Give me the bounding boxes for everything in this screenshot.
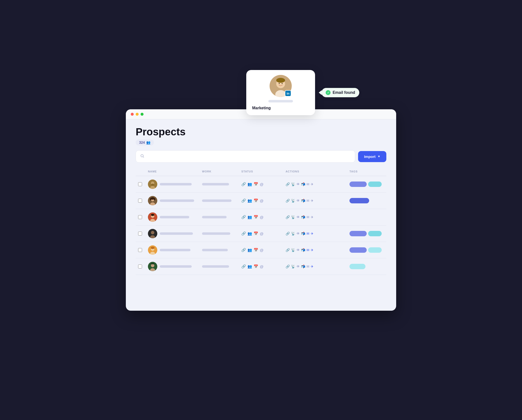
people-icon[interactable]: 👥 (247, 231, 252, 236)
mail-icon[interactable]: ✉ (306, 199, 309, 203)
eye-icon[interactable]: 👁 (296, 248, 300, 252)
import-button[interactable]: Import ▼ (358, 151, 386, 162)
link-icon[interactable]: 🔗 (241, 198, 246, 203)
at-icon[interactable]: @ (260, 248, 263, 252)
profile-popup: in Marketing ✓ Email found (246, 70, 315, 115)
rss-icon[interactable]: 📡 (291, 182, 295, 186)
calendar-icon[interactable]: 📅 (254, 264, 258, 269)
row-checkbox-4[interactable] (138, 232, 142, 236)
link-icon[interactable]: 🔗 (241, 264, 246, 269)
avatar-5 (148, 245, 157, 255)
mail-open-icon[interactable]: 📬 (301, 199, 305, 203)
eye-icon[interactable]: 👁 (296, 215, 300, 219)
col-header-name: NAME (148, 170, 202, 173)
eye-icon[interactable]: 👁 (296, 199, 300, 203)
people-icon[interactable]: 👥 (247, 264, 252, 269)
browser-content: Prospects 324 👥 Import ▼ (126, 119, 396, 282)
mail-icon[interactable]: ✉ (306, 248, 309, 252)
eye-icon[interactable]: 👁 (296, 232, 300, 236)
link-action-icon[interactable]: 🔗 (286, 232, 290, 236)
row-checkbox-3[interactable] (138, 215, 142, 219)
link-icon[interactable]: 🔗 (241, 182, 246, 186)
send-icon[interactable]: ✈ (311, 248, 314, 252)
dot-yellow[interactable] (136, 113, 139, 116)
mail-icon[interactable]: ✉ (306, 215, 309, 219)
avatar-3 (148, 212, 157, 222)
row-checkbox-5[interactable] (138, 248, 142, 252)
calendar-icon[interactable]: 📅 (254, 215, 258, 219)
send-icon[interactable]: ✈ (311, 182, 314, 186)
link-action-icon[interactable]: 🔗 (286, 199, 290, 203)
work-cell-1 (202, 183, 241, 185)
link-icon[interactable]: 🔗 (241, 215, 246, 219)
at-icon[interactable]: @ (260, 215, 263, 219)
svg-point-3 (276, 78, 285, 83)
mail-open-icon[interactable]: 📬 (301, 182, 305, 186)
rss-icon[interactable]: 📡 (291, 248, 295, 252)
mail-open-icon[interactable]: 📬 (301, 232, 305, 236)
search-bar[interactable] (136, 150, 355, 163)
name-bar-1 (160, 183, 192, 185)
col-header-status: STATUS (241, 170, 286, 173)
people-icon[interactable]: 👥 (247, 248, 252, 252)
link-action-icon[interactable]: 🔗 (286, 248, 290, 252)
row-checkbox-6[interactable] (138, 265, 142, 268)
tags-cell-1 (349, 182, 394, 187)
send-icon[interactable]: ✈ (311, 215, 314, 219)
link-icon[interactable]: 🔗 (241, 231, 246, 236)
mail-open-icon[interactable]: 📬 (301, 248, 305, 252)
row-name-4 (148, 229, 202, 238)
svg-point-17 (154, 198, 155, 200)
mail-icon[interactable]: ✉ (306, 182, 309, 186)
tag-blue-dark-2 (349, 198, 369, 203)
send-icon[interactable]: ✈ (311, 199, 314, 203)
link-icon[interactable]: 🔗 (241, 248, 246, 252)
dot-green[interactable] (141, 113, 144, 116)
calendar-icon[interactable]: 📅 (254, 248, 258, 252)
rss-icon[interactable]: 📡 (291, 265, 295, 268)
link-action-icon[interactable]: 🔗 (286, 215, 290, 219)
calendar-icon[interactable]: 📅 (254, 198, 258, 203)
send-icon[interactable]: ✈ (311, 232, 314, 236)
at-icon[interactable]: @ (260, 265, 263, 269)
rss-icon[interactable]: 📡 (291, 215, 295, 219)
avatar-4 (148, 229, 157, 238)
mail-icon[interactable]: ✉ (306, 232, 309, 236)
mail-icon[interactable]: ✉ (306, 265, 309, 268)
email-found-label: Email found (333, 90, 355, 95)
table-container: NAME WORK STATUS ACTIONS TAGS (136, 170, 386, 275)
people-icon[interactable]: 👥 (247, 215, 252, 219)
at-icon[interactable]: @ (260, 199, 263, 203)
calendar-icon[interactable]: 📅 (254, 182, 258, 186)
send-icon[interactable]: ✈ (311, 265, 314, 268)
eye-icon[interactable]: 👁 (296, 265, 300, 268)
rss-icon[interactable]: 📡 (291, 199, 295, 203)
eye-icon[interactable]: 👁 (296, 182, 300, 186)
calendar-icon[interactable]: 📅 (254, 231, 258, 236)
actions-icons-5: 🔗 📡 👁 📬 ✉ ✈ (286, 248, 349, 252)
mail-open-icon[interactable]: 📬 (301, 265, 305, 268)
dot-red[interactable] (131, 113, 134, 116)
table-row: 🔗 👥 📅 @ 🔗 📡 👁 📬 ✉ ✈ (136, 225, 386, 242)
people-icon[interactable]: 👥 (247, 182, 252, 186)
tag-blue-4 (349, 231, 367, 236)
svg-point-11 (151, 184, 154, 186)
count-number: 324 (139, 140, 145, 144)
link-action-icon[interactable]: 🔗 (286, 182, 290, 186)
tags-cell-2 (349, 198, 394, 203)
actions-icons-4: 🔗 📡 👁 📬 ✉ ✈ (286, 232, 349, 236)
people-icon[interactable]: 👥 (247, 198, 252, 203)
col-header-tags: TAGS (349, 170, 394, 173)
search-input[interactable] (147, 154, 350, 159)
svg-point-28 (151, 247, 155, 249)
at-icon[interactable]: @ (260, 182, 263, 186)
name-bar-3 (160, 216, 189, 218)
mail-open-icon[interactable]: 📬 (301, 215, 305, 219)
link-action-icon[interactable]: 🔗 (286, 265, 290, 268)
table-row: 🔗 👥 📅 @ 🔗 📡 👁 📬 ✉ ✈ (136, 209, 386, 225)
row-checkbox-1[interactable] (138, 182, 142, 186)
at-icon[interactable]: @ (260, 232, 263, 236)
svg-point-4 (279, 83, 280, 84)
rss-icon[interactable]: 📡 (291, 232, 295, 236)
row-checkbox-2[interactable] (138, 199, 142, 203)
